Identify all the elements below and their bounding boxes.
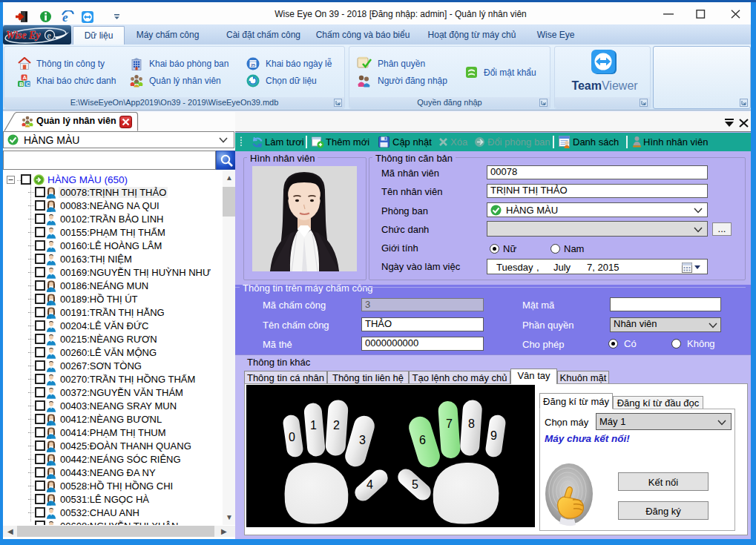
svg-text:7: 7 bbox=[446, 417, 453, 430]
svg-text:9: 9 bbox=[490, 429, 497, 442]
svg-text:e: e bbox=[47, 30, 51, 41]
svg-text:Wise Ey: Wise Ey bbox=[6, 30, 41, 41]
svg-text:B: B bbox=[19, 81, 24, 87]
svg-text:6: 6 bbox=[419, 434, 426, 446]
svg-text:5: 5 bbox=[412, 478, 418, 491]
svg-text:0: 0 bbox=[289, 431, 295, 443]
svg-text:3: 3 bbox=[359, 434, 366, 446]
svg-text:8: 8 bbox=[468, 417, 475, 430]
svg-text:2: 2 bbox=[333, 419, 340, 432]
svg-text:25: 25 bbox=[251, 63, 255, 67]
svg-text:1: 1 bbox=[310, 419, 317, 432]
svg-text:C: C bbox=[26, 81, 30, 87]
svg-text:4: 4 bbox=[367, 478, 373, 491]
